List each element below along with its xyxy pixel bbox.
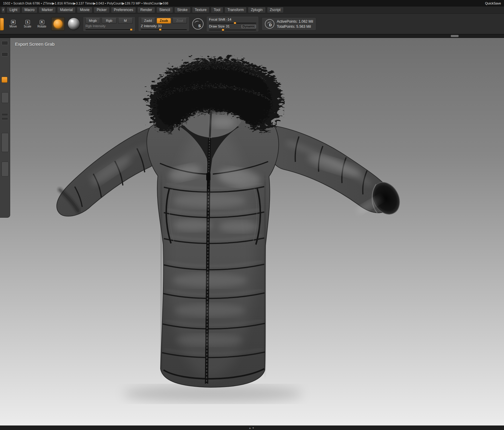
active-points-text: ActivePoints: 1.062 Mil <box>277 19 313 24</box>
draw-size-track[interactable] <box>209 30 256 30</box>
scale-label: Scale <box>24 25 31 28</box>
menu-item-texture[interactable]: Texture <box>192 7 210 13</box>
scale-button[interactable]: S Scale <box>22 20 33 28</box>
tray-button-active[interactable] <box>1 77 7 83</box>
tray-button-7[interactable] <box>1 162 9 176</box>
stroke-icon[interactable]: S <box>192 18 204 30</box>
sculpt-mode-group: Zadd Zsub Zcut Z Intensity33 <box>138 16 190 32</box>
rgb-button[interactable]: Rgb <box>102 18 116 24</box>
z-intensity-knob[interactable] <box>159 28 161 31</box>
focal-drawsize-group: Focal Shift-14 Draw Size31 Dynamic <box>206 16 259 32</box>
zadd-button[interactable]: Zadd <box>141 18 155 24</box>
zipper-slider <box>206 173 210 181</box>
focal-shift-label: Focal Shift <box>209 18 225 21</box>
rgb-intensity-track[interactable] <box>85 29 133 30</box>
menu-bar: r Light Macro Marker Material Movie Pick… <box>0 7 504 14</box>
z-intensity-value: 33 <box>158 24 162 28</box>
color-mode-group: Mrgb Rgb M Rgb Intensity <box>83 16 135 32</box>
tray-button-3[interactable] <box>1 92 9 103</box>
move-button[interactable]: M Move <box>8 20 19 28</box>
z-intensity-track[interactable] <box>141 29 187 30</box>
rotate-button[interactable]: R Rotate <box>36 20 47 28</box>
draw-size-knob[interactable] <box>222 29 224 31</box>
sculpt-model[interactable] <box>0 38 504 426</box>
draw-size-label: Draw Size <box>209 24 224 28</box>
focal-shift-slider[interactable]: Focal Shift-14 <box>209 18 256 24</box>
status-bar: 1502 • Scratch Disk 6786 • ZTime▶1.816 R… <box>0 0 504 7</box>
focal-shift-track[interactable] <box>209 23 256 24</box>
draw-size-slider[interactable]: Draw Size31 Dynamic <box>209 24 256 31</box>
rgb-intensity-knob[interactable] <box>130 28 133 31</box>
points-icon-letter: D <box>269 23 272 27</box>
stroke-icon-letter: S <box>198 24 201 28</box>
menu-item-preferences[interactable]: Preferences <box>111 7 136 13</box>
menu-item-light[interactable]: Light <box>7 7 20 13</box>
points-icon[interactable]: D <box>265 19 274 29</box>
focal-shift-value: -14 <box>226 18 231 21</box>
document-canvas[interactable]: Export Screen Grab <box>0 38 504 426</box>
brush-thumbnail-icon <box>54 19 62 28</box>
menu-item-layer-truncated[interactable]: r <box>1 7 5 13</box>
status-stats: 1502 • Scratch Disk 6786 • ZTime▶1.816 R… <box>3 1 168 5</box>
z-intensity-label: Z Intensity <box>141 24 157 28</box>
menu-item-render[interactable]: Render <box>137 7 155 13</box>
menu-item-stroke[interactable]: Stroke <box>174 7 191 13</box>
z-intensity-slider[interactable]: Z Intensity33 <box>141 24 187 30</box>
tray-button-5[interactable] <box>1 117 8 120</box>
current-material-button[interactable] <box>68 18 80 30</box>
zbrush-window: 1502 • Scratch Disk 6786 • ZTime▶1.816 R… <box>0 0 504 430</box>
current-brush-button[interactable] <box>51 17 65 31</box>
shelf-scroll-handle[interactable] <box>451 35 459 37</box>
left-shelf-peek-button[interactable] <box>0 18 4 30</box>
quicksave-button[interactable]: QuickSave <box>485 1 501 5</box>
tray-button-6[interactable] <box>1 133 9 152</box>
menu-item-transform[interactable]: Transform <box>224 7 247 13</box>
points-info-group: D ActivePoints: 1.062 Mil TotalPoints: 5… <box>262 17 316 30</box>
mrgb-button[interactable]: Mrgb <box>85 18 100 24</box>
focal-shift-knob[interactable] <box>233 22 236 24</box>
menu-item-tool[interactable]: Tool <box>211 7 223 13</box>
menu-item-movie[interactable]: Movie <box>77 7 92 13</box>
dynamic-badge[interactable]: Dynamic <box>241 25 256 28</box>
bottom-tray-divider: ▲▼ <box>0 426 504 430</box>
left-tray-panel <box>0 38 10 218</box>
scale-key-icon: S <box>25 20 30 24</box>
zsub-button[interactable]: Zsub <box>157 18 171 24</box>
ground-shadow <box>123 386 303 402</box>
menu-item-zscript[interactable]: Zscript <box>267 7 284 13</box>
tray-toggle-arrows-icon[interactable]: ▲▼ <box>249 427 255 429</box>
coat-model-art <box>57 56 405 402</box>
move-label: Move <box>10 25 17 28</box>
move-key-icon: M <box>11 20 16 24</box>
menu-item-picker[interactable]: Picker <box>94 7 109 13</box>
rgb-intensity-slider[interactable]: Rgb Intensity <box>85 24 133 30</box>
menu-item-marker[interactable]: Marker <box>39 7 56 13</box>
coat-body <box>147 119 279 387</box>
rgb-intensity-label: Rgb Intensity <box>85 24 106 28</box>
tray-button-4[interactable] <box>1 113 8 116</box>
menu-item-macro[interactable]: Macro <box>22 7 37 13</box>
m-button[interactable]: M <box>118 18 133 24</box>
transform-buttons: M Move S Scale R Rotate <box>8 20 47 28</box>
tray-button-1[interactable] <box>1 41 8 45</box>
total-points-text: TotalPoints: 5.563 Mil <box>277 24 313 29</box>
zcut-button[interactable]: Zcut <box>172 18 187 24</box>
rotate-label: Rotate <box>37 25 46 28</box>
menu-item-stencil[interactable]: Stencil <box>156 7 173 13</box>
shelf-scrollbar <box>0 34 504 38</box>
rotate-key-icon: R <box>40 20 44 24</box>
menu-item-zplugin[interactable]: Zplugin <box>248 7 265 13</box>
top-shelf: M Move S Scale R Rotate Mrgb Rgb M Rg <box>0 14 504 34</box>
draw-size-value: 31 <box>226 24 230 28</box>
menu-item-material[interactable]: Material <box>57 7 76 13</box>
tray-button-2[interactable] <box>1 52 8 56</box>
